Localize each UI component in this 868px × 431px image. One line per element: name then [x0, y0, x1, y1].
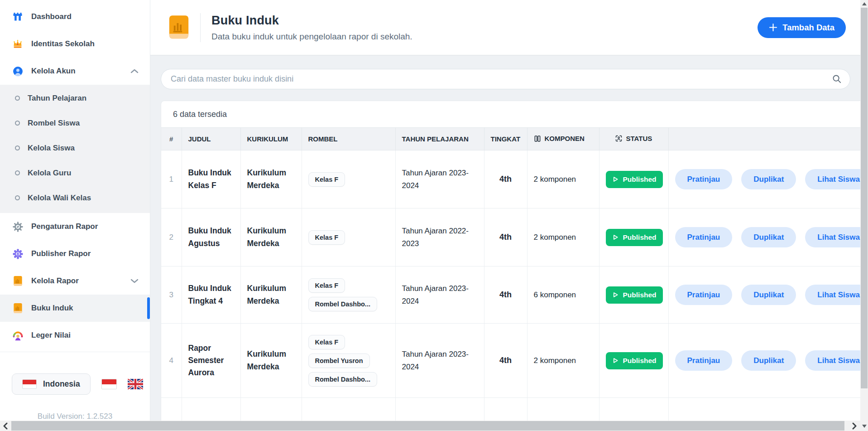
col-judul: JUDUL: [182, 128, 240, 150]
build-version: Build Version: 1.2.523: [0, 412, 150, 421]
cell-kurikulum: Kurikulum Merdeka: [240, 266, 302, 324]
sidebar-item-pengaturan-rapor[interactable]: Pengaturan Rapor: [0, 213, 150, 240]
data-count: 6 data tersedia: [161, 101, 867, 127]
header-divider: [200, 13, 201, 42]
crown-icon: [12, 38, 24, 50]
table-row: 3 Buku Induk Tingkat 4 Kurikulum Merdeka…: [161, 266, 868, 324]
cell-komponen: 2 komponen: [527, 324, 599, 398]
vertical-scrollbar[interactable]: [860, 0, 868, 431]
lihat-siswa-button[interactable]: Lihat Siswa: [805, 285, 868, 305]
scan-person-icon: [615, 136, 623, 144]
table-row: 1 Buku Induk Kelas F Kurikulum Merdeka K…: [161, 150, 868, 208]
language-selector[interactable]: Indonesia: [12, 373, 91, 395]
cell-actions: Pratinjau Duplikat Lihat Siswa: [668, 208, 868, 266]
scroll-down-arrow-icon[interactable]: [860, 422, 868, 430]
sidebar-item-buku-induk[interactable]: Buku Induk: [0, 295, 150, 322]
lihat-siswa-button[interactable]: Lihat Siswa: [805, 227, 868, 247]
status-badge: Published: [606, 171, 663, 188]
columns-icon: [534, 136, 541, 144]
rombel-chip: Kelas F: [308, 335, 345, 349]
duplikat-button[interactable]: Duplikat: [741, 285, 796, 305]
sidebar-item-kelola-akun[interactable]: Kelola Akun: [0, 58, 150, 85]
rombel-chip: Kelas F: [308, 230, 345, 245]
row-number: 1: [161, 150, 182, 208]
sidebar-item-leger-nilai[interactable]: Leger Nilai: [0, 322, 150, 349]
lihat-siswa-button[interactable]: Lihat Siswa: [805, 350, 868, 371]
indonesia-flag-icon: [22, 379, 37, 389]
data-table-card: 6 data tersedia # JUDUL KURIKULUM ROMBEL…: [161, 101, 867, 431]
sidebar-item-label: Rombel Siswa: [28, 119, 80, 128]
lihat-siswa-button[interactable]: Lihat Siswa: [805, 169, 868, 189]
cell-rombel: Kelas F Rombel Dashbo...: [302, 266, 395, 324]
duplikat-button[interactable]: Duplikat: [741, 350, 796, 371]
rombel-chip: Rombel Dashbo...: [308, 297, 377, 311]
col-actions: [668, 128, 868, 150]
pratinjau-button[interactable]: Pratinjau: [675, 285, 733, 305]
sidebar-item-dashboard[interactable]: Dashboard: [0, 3, 150, 30]
sidebar-item-tahun-pelajaran[interactable]: Tahun Pelajaran: [0, 86, 150, 111]
play-outline-icon: [612, 176, 619, 183]
indonesia-flag-icon[interactable]: [101, 379, 117, 389]
pratinjau-button[interactable]: Pratinjau: [675, 227, 733, 247]
add-data-button[interactable]: Tambah Data: [758, 17, 846, 38]
sidebar-item-kelola-siswa[interactable]: Kelola Siswa: [0, 136, 150, 160]
sidebar: Dashboard Identitas Sekolah Kelola Akun …: [0, 0, 150, 431]
sidebar-item-label: Publisher Rapor: [31, 249, 91, 258]
duplikat-button[interactable]: Duplikat: [741, 169, 796, 189]
sidebar-item-label: Kelola Akun: [31, 67, 76, 76]
sidebar-item-label: Identitas Sekolah: [31, 39, 95, 48]
scroll-left-arrow-icon[interactable]: [0, 421, 10, 431]
status-badge: Published: [606, 286, 663, 304]
sidebar-item-kelola-rapor[interactable]: Kelola Rapor: [0, 267, 150, 295]
cell-rombel: Kelas F: [302, 150, 395, 208]
sidebar-item-kelola-guru[interactable]: Kelola Guru: [0, 160, 150, 185]
storefront-icon: [12, 11, 24, 23]
plus-icon: [769, 23, 777, 32]
radio-ring-icon: [15, 121, 20, 126]
cell-tingkat: 4th: [484, 208, 527, 266]
search-input[interactable]: [161, 69, 850, 89]
pratinjau-button[interactable]: Pratinjau: [675, 350, 733, 371]
cell-tingkat: 4th: [484, 150, 527, 208]
row-number: 3: [161, 266, 182, 324]
cell-komponen: 2 komponen: [527, 208, 599, 266]
duplikat-button[interactable]: Duplikat: [741, 227, 796, 247]
main-content: Buku Induk Data buku induk untuk pengelo…: [150, 0, 868, 431]
sidebar-item-label: Kelola Rapor: [31, 276, 79, 286]
language-label: Indonesia: [43, 379, 80, 389]
row-number: 4: [161, 324, 182, 398]
sidebar-item-publisher-rapor[interactable]: Publisher Rapor: [0, 240, 150, 267]
page-title: Buku Induk: [211, 14, 412, 28]
cell-actions: Pratinjau Duplikat Lihat Siswa: [668, 324, 868, 398]
radio-ring-icon: [15, 96, 20, 101]
vertical-scrollbar-thumb[interactable]: [861, 8, 868, 388]
search-icon[interactable]: [832, 74, 842, 86]
row-number: 2: [161, 208, 182, 266]
user-circle-icon: [12, 65, 24, 77]
sidebar-item-label: Kelola Wali Kelas: [28, 194, 91, 203]
cell-tingkat: 4th: [484, 266, 527, 324]
pratinjau-button[interactable]: Pratinjau: [675, 169, 733, 189]
uk-flag-icon[interactable]: [128, 379, 143, 389]
col-tingkat: TINGKAT: [484, 128, 527, 150]
cell-tahun-pelajaran: Tahun Ajaran 2022-2023: [395, 208, 484, 266]
cell-komponen: 6 komponen: [527, 266, 599, 324]
scroll-up-arrow-icon[interactable]: [860, 0, 868, 7]
scroll-right-arrow-icon[interactable]: [849, 421, 859, 431]
horizontal-scrollbar[interactable]: [0, 421, 860, 431]
play-outline-icon: [612, 357, 619, 364]
horizontal-scrollbar-thumb[interactable]: [11, 421, 844, 431]
table-row: 2 Buku Induk Agustus Kurikulum Merdeka K…: [161, 208, 868, 266]
cell-judul: Buku Induk Agustus: [182, 208, 240, 266]
cell-kurikulum: Kurikulum Merdeka: [240, 324, 302, 398]
col-kurikulum: KURIKULUM: [240, 128, 302, 150]
sidebar-item-label: Tahun Pelajaran: [28, 94, 86, 103]
cell-rombel: Kelas F Rombel Yusron Rombel Dashbo...: [302, 324, 395, 398]
sidebar-item-label: Leger Nilai: [31, 331, 71, 340]
sidebar-item-identitas-sekolah[interactable]: Identitas Sekolah: [0, 30, 150, 58]
cell-kurikulum: Kurikulum Merdeka: [240, 150, 302, 208]
sidebar-item-kelola-wali-kelas[interactable]: Kelola Wali Kelas: [0, 185, 150, 210]
sidebar-item-rombel-siswa[interactable]: Rombel Siswa: [0, 111, 150, 136]
rombel-chip: Rombel Dashbo...: [308, 372, 377, 387]
buku-induk-table: # JUDUL KURIKULUM ROMBEL TAHUN PELAJARAN…: [161, 127, 868, 431]
